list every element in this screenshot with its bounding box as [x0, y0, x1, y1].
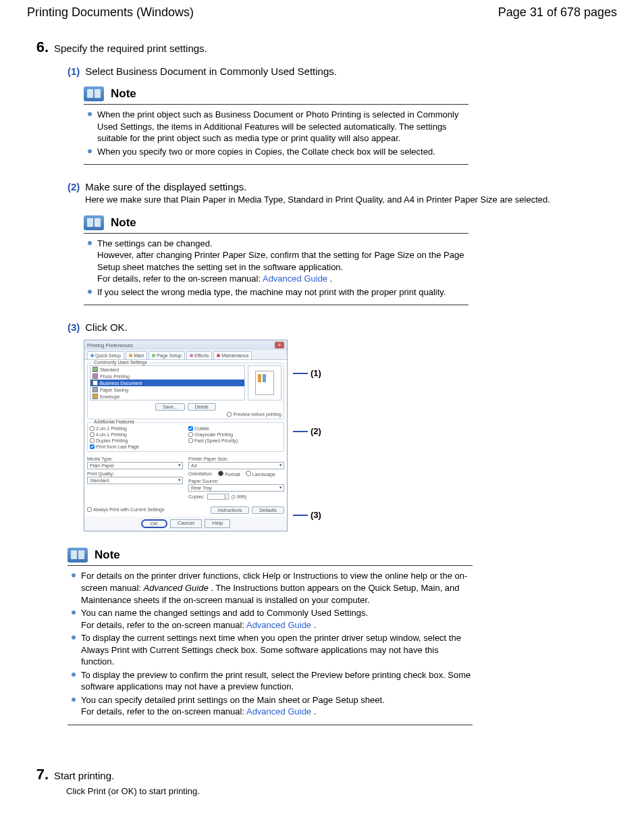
settings-listbox[interactable]: Standard Photo Printing Business Documen…	[90, 365, 245, 400]
tab-quick-setup[interactable]: Quick Setup	[87, 351, 124, 359]
delete-button[interactable]: Delete	[188, 403, 216, 411]
substep-title: Select Business Document in Commonly Use…	[85, 66, 337, 77]
fast-checkbox[interactable]	[188, 438, 193, 443]
ok-button[interactable]: OK	[141, 519, 168, 528]
step-7: 7. Start printing.	[27, 766, 617, 783]
step-text: Start printing.	[54, 770, 114, 781]
paper-source-dropdown[interactable]: Rear Tray	[188, 484, 284, 492]
note-box-1: Note When the print object such as Busin…	[84, 86, 468, 165]
note-icon	[68, 548, 88, 563]
note-box-2: Note The settings can be changed. Howeve…	[84, 215, 468, 306]
note-title: Note	[111, 216, 136, 230]
paper-size-dropdown[interactable]: A4	[188, 462, 284, 469]
note-box-3: Note For details on the printer driver f…	[68, 548, 473, 725]
note-item: To display the current settings next tim…	[72, 632, 473, 668]
additional-features-group: Additional Features 2-on-1 Printing 4-on…	[87, 422, 284, 452]
cancel-button[interactable]: Cancel	[170, 519, 202, 528]
note-icon	[84, 215, 104, 230]
callout-2: (2)	[293, 426, 321, 436]
two-on-one-checkbox[interactable]	[90, 426, 95, 431]
always-print-checkbox[interactable]	[87, 507, 92, 512]
advanced-guide-link[interactable]: Advanced Guide	[263, 273, 327, 284]
group-title: Additional Features	[92, 419, 136, 424]
copies-label: Copies:	[188, 494, 205, 499]
grayscale-checkbox[interactable]	[188, 432, 193, 437]
copies-range: (1-999)	[232, 494, 247, 499]
step-number: 7.	[27, 766, 49, 783]
close-icon[interactable]: ×	[275, 342, 284, 348]
printing-preferences-dialog: Printing Preferences × Quick Setup Main …	[84, 340, 288, 531]
media-type-dropdown[interactable]: Plain Paper	[87, 462, 183, 469]
page-indicator: Page 31 of 678 pages	[498, 5, 617, 20]
defaults-button[interactable]: Defaults	[252, 506, 284, 514]
media-type-label: Media Type:	[87, 457, 183, 461]
four-on-one-checkbox[interactable]	[90, 432, 95, 437]
dialog-tabs: Quick Setup Main Page Setup Effects Main…	[84, 350, 287, 359]
substep-label: (2)	[68, 181, 80, 192]
advanced-guide-link[interactable]: Advanced Guide	[246, 706, 311, 716]
substep-2: (2) Make sure of the displayed settings.…	[68, 181, 617, 206]
preview-pane	[248, 365, 281, 400]
note-item: If you select the wrong media type, the …	[88, 286, 468, 298]
step-6: 6. Specify the required print settings.	[27, 38, 617, 56]
paper-source-label: Paper Source:	[188, 479, 284, 484]
note-item: When you specify two or more copies in C…	[88, 146, 468, 158]
tab-maintenance[interactable]: Maintenance	[213, 351, 252, 359]
dialog-title: Printing Preferences	[87, 342, 133, 348]
substep-3: (3) Click OK.	[68, 321, 617, 333]
substep-title: Click OK.	[85, 321, 128, 333]
advanced-guide-link[interactable]: Advanced Guide	[246, 620, 311, 630]
print-quality-label: Print Quality:	[87, 471, 183, 476]
preview-before-printing-checkbox[interactable]	[227, 412, 232, 417]
substep-label: (3)	[68, 321, 80, 333]
callout-1: (1)	[293, 368, 321, 378]
orientation-label: Orientation:	[188, 471, 213, 476]
group-title: Commonly Used Settings	[92, 360, 149, 365]
note-item: You can name the changed settings and ad…	[72, 607, 473, 631]
note-item: The settings can be changed. However, af…	[88, 238, 468, 285]
save-button[interactable]: Save...	[155, 403, 185, 411]
print-quality-dropdown[interactable]: Standard	[87, 477, 183, 484]
note-item: For details on the printer driver functi…	[72, 570, 473, 606]
copies-input[interactable]: 1	[207, 494, 229, 500]
substep-body: Here we make sure that Plain Paper in Me…	[85, 194, 617, 206]
help-button[interactable]: Help	[205, 519, 230, 528]
note-icon	[84, 86, 104, 101]
checkbox-label: Preview before printing	[233, 412, 281, 417]
tab-page-setup[interactable]: Page Setup	[149, 351, 185, 359]
note-title: Note	[95, 548, 120, 562]
print-last-page-checkbox[interactable]	[90, 444, 95, 449]
collate-checkbox[interactable]	[188, 426, 193, 431]
step-text: Specify the required print settings.	[54, 43, 207, 54]
instructions-button[interactable]: Instructions	[211, 506, 250, 514]
note-title: Note	[111, 87, 136, 101]
landscape-radio[interactable]	[246, 471, 251, 476]
tab-effects[interactable]: Effects	[186, 351, 212, 359]
commonly-used-settings-group: Commonly Used Settings Standard Photo Pr…	[87, 363, 284, 419]
substep-label: (1)	[68, 66, 80, 77]
note-item: You can specify detailed print settings …	[72, 694, 473, 718]
substep-title: Make sure of the displayed settings.	[85, 181, 246, 192]
page-header: Printing Documents (Windows) Page 31 of …	[27, 5, 617, 20]
doc-title: Printing Documents (Windows)	[27, 5, 194, 20]
portrait-radio[interactable]	[218, 471, 223, 476]
paper-size-label: Printer Paper Size:	[188, 457, 284, 461]
note-item: To display the preview to confirm the pr…	[72, 669, 473, 693]
callout-3: (3)	[293, 510, 321, 520]
note-item: When the print object such as Business D…	[88, 109, 468, 145]
duplex-checkbox[interactable]	[90, 438, 95, 443]
step-7-body: Click Print (or OK) to start printing.	[66, 786, 617, 796]
tab-main[interactable]: Main	[126, 351, 147, 359]
substep-1: (1) Select Business Document in Commonly…	[68, 66, 617, 77]
step-number: 6.	[27, 38, 49, 56]
dialog-screenshot: Printing Preferences × Quick Setup Main …	[84, 340, 313, 531]
